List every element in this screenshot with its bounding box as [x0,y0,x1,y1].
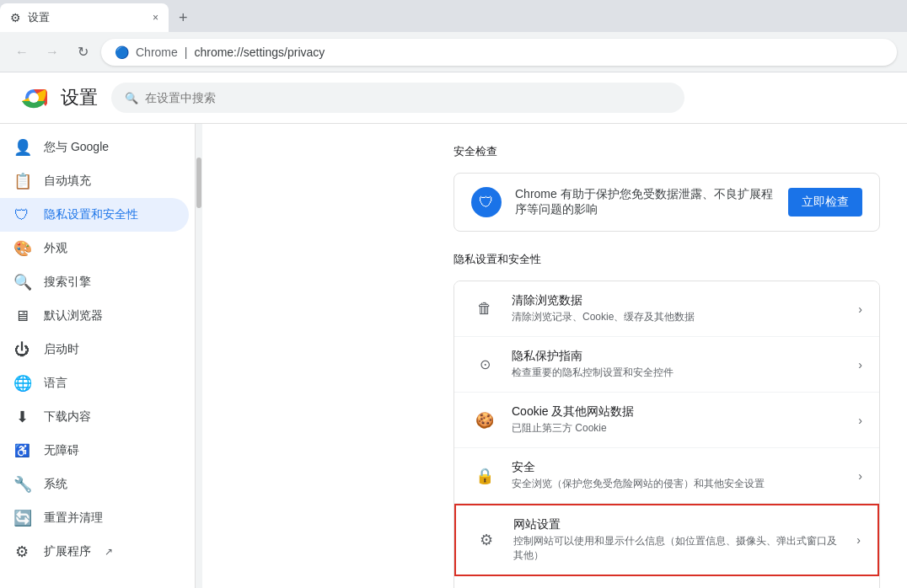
cookies-subtitle: 已阻止第三方 Cookie [512,421,845,436]
clear-browsing-content: 清除浏览数据 清除浏览记录、Cookie、缓存及其他数据 [512,293,845,324]
sidebar-item-appearance[interactable]: 🎨 外观 [0,232,189,265]
privacy-settings-section: 隐私设置和安全性 🗑 清除浏览数据 清除浏览记录、Cookie、缓存及其他数据 … [454,252,880,588]
cookies-title: Cookie 及其他网站数据 [512,404,845,420]
sidebar-item-startup[interactable]: ⏻ 启动时 [0,333,189,366]
sidebar-item-label: 系统 [44,477,67,492]
sidebar-item-browser[interactable]: 🖥 默认浏览器 [0,299,189,333]
settings-tab[interactable]: ⚙ 设置 × [0,3,169,32]
shield-icon: 🛡 [13,206,30,224]
download-icon: ⬇ [13,408,30,426]
privacy-section-title: 隐私设置和安全性 [454,252,880,267]
search-bar[interactable]: 🔍 [111,83,684,113]
sidebar-item-label: 启动时 [44,342,79,357]
arrow-icon: › [858,469,862,483]
settings-tab-icon: ⚙ [10,11,21,24]
sidebar-item-accessibility[interactable]: ♿ 无障碍 [0,434,189,468]
sidebar-item-label: 外观 [44,241,67,256]
privacy-settings-list: 🗑 清除浏览数据 清除浏览记录、Cookie、缓存及其他数据 › ⊙ [454,281,880,588]
forward-icon: → [46,45,59,60]
cookie-icon: 🍪 [471,407,498,434]
scrollbar-thumb[interactable] [196,158,201,208]
cookies-item[interactable]: 🍪 Cookie 及其他网站数据 已阻止第三方 Cookie › [454,393,879,448]
arrow-icon: › [858,414,862,427]
site-settings-content: 网站设置 控制网站可以使用和显示什么信息（如位置信息、摄像头、弹出式窗口及其他） [513,517,843,563]
page-title: 设置 [61,85,98,110]
new-tab-button[interactable]: + [169,3,198,32]
tab-close-button[interactable]: × [153,12,158,24]
person-icon: 👤 [13,138,30,157]
site-name: Chrome [136,45,178,59]
back-button[interactable]: ← [10,40,34,64]
extensions-icon: ⚙ [13,543,30,561]
app-body: 设置 🔍 👤 您与 Google 📋 [0,72,907,588]
safety-check-title: 安全检查 [454,144,880,159]
site-settings-item[interactable]: ⚙ 网站设置 控制网站可以使用和显示什么信息（如位置信息、摄像头、弹出式窗口及其… [454,504,879,576]
sidebar-item-label: 无障碍 [44,443,79,458]
sidebar-wrapper: 👤 您与 Google 📋 自动填充 🛡 隐私设置和安全性 🎨 [0,124,427,588]
sidebar-item-google[interactable]: 👤 您与 Google [0,131,189,164]
privacy-guide-title: 隐私保护指南 [512,349,845,364]
security-content: 安全 安全浏览（保护您免受危险网站的侵害）和其他安全设置 [512,460,845,491]
safety-description: Chrome 有助于保护您免受数据泄露、不良扩展程序等问题的影响 [515,187,775,217]
autofill-icon: 📋 [13,172,30,190]
content-area: 安全检查 🛡 Chrome 有助于保护您免受数据泄露、不良扩展程序等问题的影响 … [427,124,907,588]
privacy-guide-content: 隐私保护指南 检查重要的隐私控制设置和安全控件 [512,349,845,380]
arrow-icon: › [858,358,862,372]
sidebar-item-privacy[interactable]: 🛡 隐私设置和安全性 [0,198,189,232]
sidebar-item-reset[interactable]: 🔄 重置并清理 [0,501,189,535]
chrome-logo [20,84,47,111]
address-bar: ← → ↻ 🔵 Chrome | chrome://settings/priva… [0,32,907,72]
cookies-content: Cookie 及其他网站数据 已阻止第三方 Cookie [512,404,845,436]
sidebar-item-downloads[interactable]: ⬇ 下载内容 [0,400,189,434]
settings-header: 设置 🔍 [0,72,907,124]
sidebar-item-system[interactable]: 🔧 系统 [0,468,189,501]
sidebar-item-search[interactable]: 🔍 搜索引擎 [0,265,189,299]
lock-icon: 🔵 [115,45,129,59]
safety-shield-icon: 🛡 [471,187,502,217]
settings-tab-title: 设置 [28,10,146,25]
sidebar-item-label: 您与 Google [44,140,109,155]
browser-frame: ⚙ 设置 × + ← → ↻ 🔵 Chrome | chrome://setti… [0,0,907,588]
sidebar-item-extensions[interactable]: ⚙ 扩展程序 ↗ [0,535,189,569]
forward-button[interactable]: → [40,40,64,64]
globe-icon: 🌐 [13,374,30,393]
browser-icon: 🖥 [13,307,30,325]
address-separator: | [185,45,188,59]
main-content: 👤 您与 Google 📋 自动填充 🛡 隐私设置和安全性 🎨 [0,124,907,588]
sidebar-item-label: 默认浏览器 [44,308,103,323]
address-input[interactable]: 🔵 Chrome | chrome://settings/privacy [101,39,897,66]
security-item[interactable]: 🔒 安全 安全浏览（保护您免受危险网站的侵害）和其他安全设置 › [454,448,879,504]
sidebar-item-label: 隐私设置和安全性 [44,207,138,222]
sidebar-item-label: 搜索引擎 [44,275,91,290]
security-title: 安全 [512,460,845,475]
safety-check-button[interactable]: 立即检查 [788,188,862,216]
external-link-icon: ↗ [105,546,113,558]
safety-check-section: 安全检查 🛡 Chrome 有助于保护您免受数据泄露、不良扩展程序等问题的影响 … [454,144,880,232]
arrow-icon: › [856,533,861,547]
sidebar-item-label: 自动填充 [44,174,91,189]
red-arrow-indicator [454,523,456,557]
refresh-button[interactable]: ↻ [71,40,94,64]
address-url: chrome://settings/privacy [194,45,325,59]
site-settings-title: 网站设置 [513,517,843,532]
security-subtitle: 安全浏览（保护您免受危险网站的侵害）和其他安全设置 [512,477,845,491]
search-input[interactable] [145,91,671,104]
clear-browsing-title: 清除浏览数据 [512,293,845,308]
privacy-guide-icon: ⊙ [471,351,498,378]
trash-icon: 🗑 [471,296,498,323]
site-settings-icon: ⚙ [473,527,500,553]
back-icon: ← [15,45,29,60]
search-icon: 🔍 [125,92,138,104]
clear-browsing-item[interactable]: 🗑 清除浏览数据 清除浏览记录、Cookie、缓存及其他数据 › [454,281,879,337]
sidebar: 👤 您与 Google 📋 自动填充 🛡 隐私设置和安全性 🎨 [0,124,196,588]
privacy-guide-item[interactable]: ⊙ 隐私保护指南 检查重要的隐私控制设置和安全控件 › [454,337,879,393]
privacy-sandbox-item[interactable]: 🧪 隐私沙盒 试用新功能已开启 ↗ [454,576,879,588]
security-icon: 🔒 [471,462,498,489]
refresh-icon: ↻ [78,44,89,60]
sidebar-item-language[interactable]: 🌐 语言 [0,366,189,400]
sidebar-item-autofill[interactable]: 📋 自动填充 [0,164,189,198]
site-settings-subtitle: 控制网站可以使用和显示什么信息（如位置信息、摄像头、弹出式窗口及其他） [513,534,843,563]
sidebar-item-label: 下载内容 [44,409,91,425]
scrollbar-track[interactable] [196,124,202,588]
palette-icon: 🎨 [13,239,30,258]
